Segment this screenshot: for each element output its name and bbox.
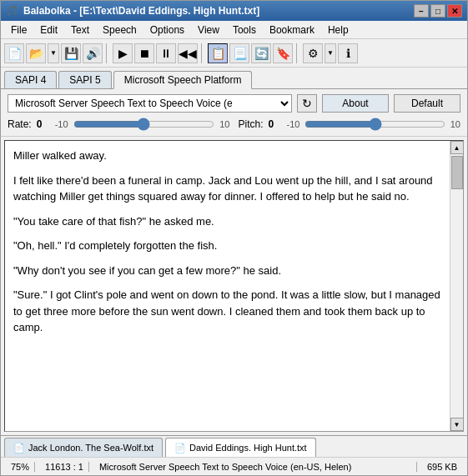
status-voice: Microsoft Server Speech Text to Speech V…: [94, 462, 417, 472]
refresh-button[interactable]: ↻: [297, 94, 317, 113]
bottom-tab-high-hunt-label: David Eddings. High Hunt.txt: [189, 443, 307, 453]
text-paragraph: Miller walked away.: [13, 148, 441, 164]
voice-panel: Microsoft Server Speech Text to Speech V…: [1, 89, 467, 137]
voice-tabs: SAPI 4 SAPI 5 Microsoft Speech Platform: [1, 68, 467, 89]
menu-speech[interactable]: Speech: [96, 23, 143, 38]
scroll-up-button[interactable]: ▲: [450, 141, 464, 154]
info-button[interactable]: ℹ: [338, 43, 358, 63]
scrollbar: ▲ ▼: [450, 141, 463, 431]
menu-text[interactable]: Text: [64, 23, 96, 38]
about-button[interactable]: About: [322, 94, 389, 113]
window-title: Balabolka - [E:\Text\David Eddings. High…: [23, 5, 259, 17]
toolbar: 📄 📂 ▼ 💾 🔊 ▶ ⏹ ⏸ ◀◀ 📋 📃 🔄 🔖 ⚙ ▼ ℹ: [1, 39, 467, 68]
text-paragraph: "Why don't you see if you can get a few …: [13, 263, 441, 279]
status-bar: 75% 11613 : 1 Microsoft Server Speech Te…: [1, 457, 467, 475]
app-icon: 🎵: [6, 5, 18, 17]
text-paragraph: I felt like there'd been a funeral in ca…: [13, 173, 441, 205]
scroll-thumb[interactable]: [451, 156, 463, 189]
sliders-row: Rate: 0 -10 10 Pitch: 0 -10 10: [8, 118, 460, 131]
default-button[interactable]: Default: [394, 94, 460, 113]
menu-bar: File Edit Text Speech Options View Tools…: [1, 21, 467, 39]
menu-view[interactable]: View: [191, 23, 226, 38]
bottom-tab-sea-wolf-label: Jack London. The Sea-Wolf.txt: [28, 443, 153, 453]
bookmark-button[interactable]: 🔖: [273, 43, 293, 63]
rate-min: -10: [55, 119, 68, 129]
rate-max: 10: [219, 119, 229, 129]
status-zoom: 75%: [6, 462, 35, 472]
settings-dropdown[interactable]: ▼: [325, 43, 336, 63]
bottom-tab-high-hunt[interactable]: 📄 David Eddings. High Hunt.txt: [165, 438, 316, 457]
pitch-max: 10: [450, 119, 460, 129]
stop-button[interactable]: ⏹: [134, 43, 154, 63]
text-paragraph: "Oh, hell." I'd completely forgotten the…: [13, 238, 441, 254]
menu-help[interactable]: Help: [321, 23, 355, 38]
text-content[interactable]: Miller walked away.I felt like there'd b…: [5, 141, 450, 431]
open-button[interactable]: 📂: [26, 43, 46, 63]
status-size: 695 KB: [422, 462, 462, 472]
pitch-min: -10: [287, 119, 300, 129]
bottom-tab-sea-wolf[interactable]: 📄 Jack London. The Sea-Wolf.txt: [4, 438, 163, 457]
tab-sapi4[interactable]: SAPI 4: [4, 71, 57, 88]
close-button[interactable]: ✕: [447, 4, 462, 18]
rate-value: 0: [37, 118, 50, 130]
pause-button[interactable]: ⏸: [156, 43, 176, 63]
save-audio-button[interactable]: 🔊: [83, 43, 103, 63]
title-bar-controls: − □ ✕: [414, 4, 462, 18]
tab-microsoft-speech[interactable]: Microsoft Speech Platform: [113, 71, 253, 89]
title-bar-left: 🎵 Balabolka - [E:\Text\David Eddings. Hi…: [6, 5, 259, 17]
title-bar: 🎵 Balabolka - [E:\Text\David Eddings. Hi…: [1, 1, 467, 21]
scroll-down-button[interactable]: ▼: [450, 418, 464, 431]
toolbar-separator-3: [296, 43, 299, 63]
menu-options[interactable]: Options: [143, 23, 191, 38]
main-window: 🎵 Balabolka - [E:\Text\David Eddings. Hi…: [0, 0, 468, 476]
rewind-button[interactable]: ◀◀: [178, 43, 198, 63]
document-alt-button[interactable]: 📃: [229, 43, 249, 63]
bottom-tabs: 📄 Jack London. The Sea-Wolf.txt 📄 David …: [1, 435, 467, 457]
pitch-value: 0: [269, 118, 282, 130]
menu-bookmark[interactable]: Bookmark: [263, 23, 321, 38]
toolbar-separator-2: [201, 43, 204, 63]
menu-file[interactable]: File: [4, 23, 33, 38]
pitch-label: Pitch:: [239, 118, 264, 130]
text-paragraph: "You take care of that fish?" he asked m…: [13, 213, 441, 230]
play-button[interactable]: ▶: [113, 43, 133, 63]
voice-select[interactable]: Microsoft Server Speech Text to Speech V…: [8, 94, 292, 113]
text-area-wrapper: Miller walked away.I felt like there'd b…: [4, 140, 464, 432]
new-button[interactable]: 📄: [4, 43, 24, 63]
rate-label: Rate:: [8, 118, 32, 130]
toolbar-separator-1: [106, 43, 109, 63]
maximize-button[interactable]: □: [430, 4, 445, 18]
pitch-slider[interactable]: [304, 118, 445, 131]
file-icon-1: 📄: [13, 443, 25, 453]
settings-button[interactable]: ⚙: [303, 43, 323, 63]
voice-select-row: Microsoft Server Speech Text to Speech V…: [8, 94, 460, 113]
save-button[interactable]: 💾: [61, 43, 81, 63]
status-position: 11613 : 1: [40, 462, 89, 472]
rate-slider[interactable]: [73, 118, 215, 131]
open-dropdown[interactable]: ▼: [48, 43, 59, 63]
pitch-slider-group: Pitch: 0 -10 10: [239, 118, 461, 131]
text-paragraph: "Sure." I got Clint's pole and went on d…: [13, 287, 441, 336]
menu-edit[interactable]: Edit: [33, 23, 64, 38]
rate-slider-group: Rate: 0 -10 10: [8, 118, 230, 131]
document-button[interactable]: 📋: [208, 43, 228, 63]
menu-tools[interactable]: Tools: [226, 23, 263, 38]
file-icon-2: 📄: [174, 443, 186, 453]
convert-button[interactable]: 🔄: [251, 43, 271, 63]
minimize-button[interactable]: −: [414, 4, 429, 18]
tab-sapi5[interactable]: SAPI 5: [58, 71, 111, 88]
